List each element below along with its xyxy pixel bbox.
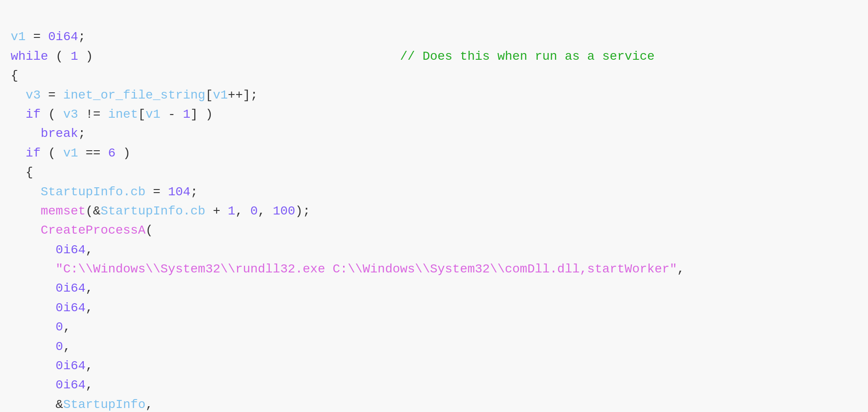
line-arg9: &StartupInfo, (11, 398, 153, 412)
line-arg5: 0, (11, 320, 70, 334)
line-arg4: 0i64, (11, 301, 93, 315)
line-arg6: 0, (11, 340, 70, 354)
line-v3-assign: v3 = inet_or_file_string[v1++]; (11, 88, 258, 102)
line-open-brace1: { (11, 69, 18, 82)
line-memset: memset(&StartupInfo.cb + 1, 0, 100); (11, 204, 310, 218)
line-v1-assign: v1 = 0i64; (11, 30, 86, 44)
line-arg3: 0i64, (11, 281, 93, 295)
line-arg2-string: "C:\\Windows\\System32\\rundll32.exe C:\… (11, 262, 684, 276)
line-if-v1: if ( v1 == 6 ) (11, 146, 131, 160)
line-while: while ( 1 ) // Does this when run as a s… (11, 49, 655, 63)
line-if-v3: if ( v3 != inet[v1 - 1] ) (11, 107, 213, 121)
line-break1: break; (11, 127, 86, 140)
line-arg1: 0i64, (11, 243, 93, 257)
line-createprocessa: CreateProcessA( (11, 223, 153, 237)
code-editor: v1 = 0i64; while ( 1 ) // Does this when… (11, 8, 857, 412)
line-open-brace2: { (11, 165, 33, 179)
line-arg8: 0i64, (11, 378, 93, 392)
line-arg7: 0i64, (11, 359, 93, 373)
line-startupinfo-cb: StartupInfo.cb = 104; (11, 185, 198, 199)
